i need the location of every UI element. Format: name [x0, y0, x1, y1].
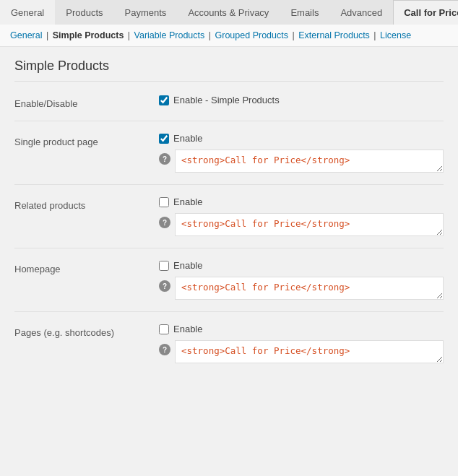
- form-row-pages: Pages (e.g. shortcodes) Enable ? <strong…: [14, 324, 444, 363]
- content-related-products: Enable ? <strong>Call for Price</strong>: [159, 196, 444, 236]
- checkbox-row-pages: Enable: [159, 324, 444, 334]
- label-homepage: Homepage: [14, 260, 159, 274]
- help-icon-related-products[interactable]: ?: [159, 217, 170, 228]
- checkbox-label-pages[interactable]: Enable: [173, 324, 202, 334]
- checkbox-label-homepage[interactable]: Enable: [173, 260, 202, 271]
- content-homepage: Enable ? <strong>Call for Price</strong>: [159, 260, 444, 300]
- help-icon-single-product[interactable]: ?: [159, 153, 170, 165]
- checkbox-row-related-products: Enable: [159, 196, 444, 207]
- tabs-bar: General Products Payments Accounts & Pri…: [0, 0, 458, 25]
- label-single-product: Single product page: [14, 133, 159, 147]
- checkbox-homepage[interactable]: [159, 261, 169, 271]
- tab-payments[interactable]: Payments: [114, 0, 178, 25]
- checkbox-row-enable-disable: Enable - Simple Products: [159, 95, 444, 105]
- checkbox-label-enable-disable[interactable]: Enable - Simple Products: [173, 95, 280, 105]
- subnav: General | Simple Products | Variable Pro…: [0, 25, 458, 47]
- text-field-homepage[interactable]: <strong>Call for Price</strong>: [175, 277, 444, 300]
- content-single-product: Enable ? <strong>Call for Price</strong>: [159, 133, 444, 173]
- section-title: Simple Products: [14, 59, 444, 82]
- subnav-variable-products[interactable]: Variable Products: [134, 30, 205, 40]
- subnav-license[interactable]: License: [380, 30, 411, 40]
- help-field-related-products: ? <strong>Call for Price</strong>: [159, 213, 444, 236]
- tab-emails[interactable]: Emails: [280, 0, 329, 25]
- form-row-single-product: Single product page Enable ? <strong>Cal…: [14, 133, 444, 173]
- content-pages: Enable ? <strong>Call for Price</strong>: [159, 324, 444, 363]
- help-field-pages: ? <strong>Call for Price</strong>: [159, 340, 444, 363]
- checkbox-row-homepage: Enable: [159, 260, 444, 271]
- subnav-simple-products[interactable]: Simple Products: [53, 30, 124, 40]
- form-row-homepage: Homepage Enable ? <strong>Call for Price…: [14, 260, 444, 300]
- subnav-external-products[interactable]: External Products: [298, 30, 370, 40]
- help-field-single-product: ? <strong>Call for Price</strong>: [159, 150, 444, 173]
- help-icon-homepage[interactable]: ?: [159, 280, 170, 292]
- checkbox-single-product[interactable]: [159, 134, 169, 144]
- content-enable-disable: Enable - Simple Products: [159, 95, 444, 105]
- checkbox-row-single-product: Enable: [159, 133, 444, 144]
- tab-call-for-price[interactable]: Call for Price: [393, 0, 458, 25]
- checkbox-related-products[interactable]: [159, 197, 169, 207]
- text-field-pages[interactable]: <strong>Call for Price</strong>: [175, 340, 444, 363]
- form-row-related-products: Related products Enable ? <strong>Call f…: [14, 196, 444, 236]
- checkbox-label-related-products[interactable]: Enable: [173, 196, 202, 207]
- tab-products[interactable]: Products: [55, 0, 113, 25]
- help-icon-pages[interactable]: ?: [159, 344, 170, 355]
- form-row-enable-disable: Enable/Disable Enable - Simple Products: [14, 95, 444, 109]
- label-pages: Pages (e.g. shortcodes): [14, 324, 159, 338]
- subnav-general[interactable]: General: [10, 30, 42, 40]
- help-field-homepage: ? <strong>Call for Price</strong>: [159, 277, 444, 300]
- subnav-grouped-products[interactable]: Grouped Products: [215, 30, 288, 40]
- label-enable-disable: Enable/Disable: [14, 95, 159, 109]
- checkbox-pages[interactable]: [159, 324, 169, 334]
- checkbox-enable-disable[interactable]: [159, 95, 169, 105]
- divider-1: [14, 121, 444, 121]
- divider-2: [14, 184, 444, 185]
- page-content: Simple Products Enable/Disable Enable - …: [0, 47, 458, 389]
- tab-general[interactable]: General: [0, 0, 55, 25]
- text-field-related-products[interactable]: <strong>Call for Price</strong>: [175, 213, 444, 236]
- checkbox-label-single-product[interactable]: Enable: [173, 133, 202, 144]
- tab-accounts-privacy[interactable]: Accounts & Privacy: [177, 0, 280, 25]
- divider-3: [14, 248, 444, 248]
- tab-advanced[interactable]: Advanced: [329, 0, 393, 25]
- divider-4: [14, 311, 444, 312]
- label-related-products: Related products: [14, 196, 159, 211]
- text-field-single-product[interactable]: <strong>Call for Price</strong>: [175, 150, 444, 173]
